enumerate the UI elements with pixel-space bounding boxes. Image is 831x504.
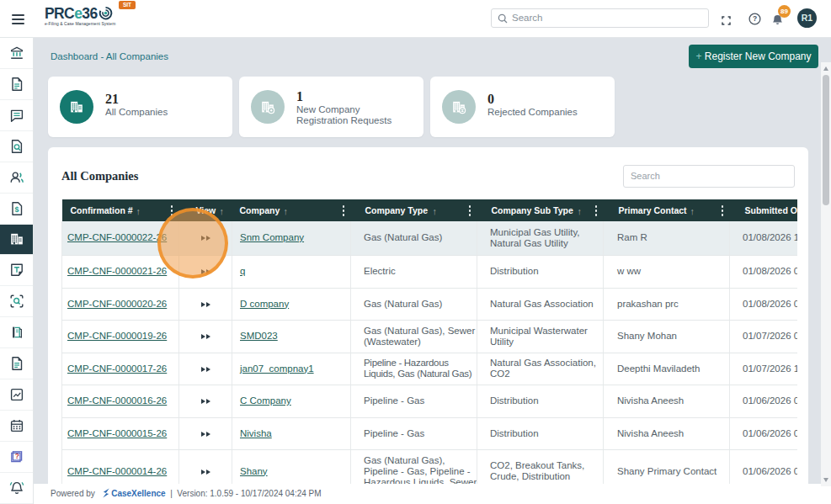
svg-text:?: ? [753,14,757,23]
svg-text:$: $ [14,204,19,213]
svg-text:?: ? [14,452,19,460]
